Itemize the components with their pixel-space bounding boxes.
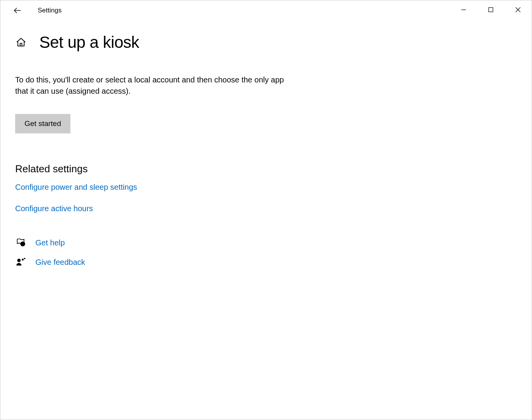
page-description: To do this, you'll create or select a lo… — [15, 74, 287, 97]
give-feedback-link[interactable]: Give feedback — [35, 258, 85, 267]
app-title: Settings — [38, 7, 61, 14]
home-icon[interactable] — [15, 37, 27, 48]
close-button[interactable] — [504, 0, 532, 19]
give-feedback-row: Give feedback — [15, 257, 304, 268]
window-controls — [450, 0, 532, 19]
link-configure-power-sleep[interactable]: Configure power and sleep settings — [15, 183, 304, 192]
svg-point-7 — [17, 259, 21, 262]
help-icon: ? — [15, 237, 26, 248]
back-button[interactable] — [10, 3, 25, 18]
content-area: Set up a kiosk To do this, you'll create… — [0, 21, 304, 268]
page-header: Set up a kiosk — [15, 33, 304, 52]
get-started-button[interactable]: Get started — [15, 114, 70, 133]
get-help-row: ? Get help — [15, 237, 304, 248]
back-arrow-icon — [13, 6, 22, 15]
page-title: Set up a kiosk — [39, 33, 139, 52]
svg-rect-9 — [24, 258, 25, 259]
titlebar: Settings — [0, 0, 532, 21]
feedback-icon — [15, 257, 26, 268]
maximize-icon — [488, 7, 494, 12]
link-configure-active-hours[interactable]: Configure active hours — [15, 204, 304, 213]
related-settings-heading: Related settings — [15, 163, 304, 175]
minimize-icon — [461, 7, 466, 12]
get-help-link[interactable]: Get help — [35, 238, 65, 247]
maximize-button[interactable] — [477, 0, 504, 19]
svg-text:?: ? — [22, 243, 24, 246]
support-links: ? Get help Give feedback — [15, 237, 304, 268]
minimize-button[interactable] — [450, 0, 477, 19]
svg-rect-2 — [489, 8, 493, 12]
svg-rect-8 — [22, 259, 23, 260]
close-icon — [515, 7, 521, 12]
